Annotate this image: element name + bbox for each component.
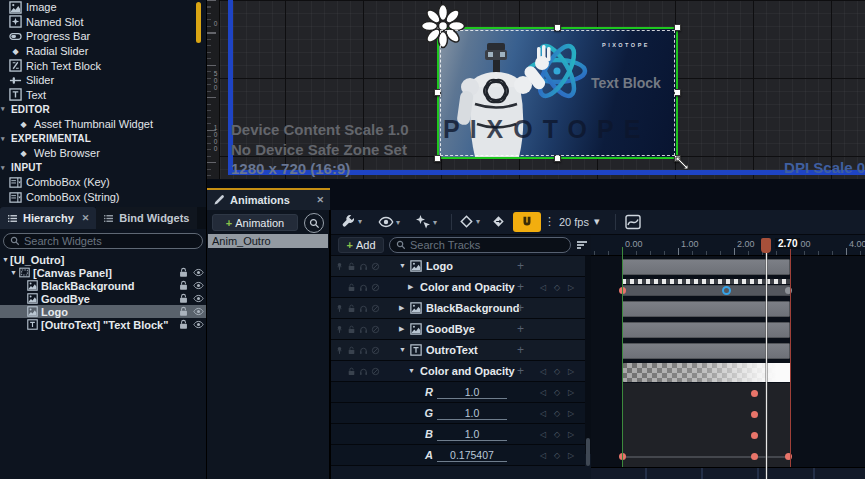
set-key-icon[interactable]: ◇ <box>554 409 560 418</box>
prev-key-icon[interactable]: ◁ <box>540 367 546 376</box>
playback-range-end-line[interactable] <box>790 247 791 467</box>
resize-handle-tr[interactable] <box>674 24 681 31</box>
keyframe-dot[interactable] <box>751 432 758 439</box>
hierarchy-row-logo-selected[interactable]: Logo <box>0 305 206 318</box>
playback-range-start-line[interactable] <box>622 247 623 467</box>
add-track-button[interactable]: + Add <box>338 237 384 253</box>
tab-bind-widgets[interactable]: Bind Widgets <box>96 207 196 229</box>
hierarchy-row-canvas-panel[interactable]: ▼ [Canvas Panel] <box>0 266 206 279</box>
track-row-outrotext[interactable]: ▼ OutroText + <box>331 340 585 361</box>
palette-item-web-browser[interactable]: ◆ Web Browser <box>0 146 206 161</box>
tab-animations[interactable]: Animations ✕ <box>207 188 330 210</box>
next-key-icon[interactable]: ▷ <box>568 388 574 397</box>
channel-row-b[interactable]: B 1.0 ◁ ◇ ▷ <box>331 424 585 445</box>
animation-search-button[interactable] <box>304 213 324 233</box>
lock-icon[interactable] <box>178 280 189 291</box>
channel-value[interactable]: 1.0 <box>437 428 507 441</box>
set-key-icon[interactable]: ◇ <box>554 367 560 376</box>
palette-item-radial-slider[interactable]: ◆ Radial Slider <box>0 44 206 59</box>
section-bar[interactable] <box>622 322 790 338</box>
section-bar[interactable] <box>622 285 790 296</box>
hierarchy-row-goodbye[interactable]: GoodBye <box>0 292 206 305</box>
add-section-icon[interactable]: + <box>517 301 524 315</box>
timeline-row-blackbackground[interactable] <box>591 299 865 320</box>
set-key-icon[interactable]: ◇ <box>554 430 560 439</box>
solo-headphones-icon[interactable] <box>359 304 368 313</box>
channel-value[interactable]: 0.175407 <box>437 449 507 462</box>
timeline-row-logo[interactable] <box>591 257 865 278</box>
set-key-icon[interactable]: ◇ <box>554 388 560 397</box>
add-key-icon[interactable]: + <box>517 364 524 378</box>
lock-icon[interactable] <box>178 306 189 317</box>
resize-handle-mr[interactable] <box>674 89 681 96</box>
scrollbar-thumb[interactable] <box>586 438 590 466</box>
channel-value[interactable]: 1.0 <box>437 407 507 420</box>
tab-hierarchy[interactable]: Hierarchy ✕ <box>0 207 96 229</box>
track-search-box[interactable] <box>389 237 571 253</box>
track-row-blackbackground[interactable]: ▶ BlackBackground + <box>331 298 585 319</box>
lock-icon[interactable] <box>178 293 189 304</box>
keyframe-options-button[interactable]: ▾ <box>459 214 480 229</box>
palette-section-input[interactable]: ▾ INPUT <box>0 161 206 176</box>
design-viewport[interactable]: 0 500 1000 Device Content Scale 1.0 No D… <box>207 0 865 179</box>
expand-icon[interactable]: ▶ <box>399 304 404 312</box>
close-icon[interactable]: ✕ <box>316 195 324 205</box>
prev-key-icon[interactable]: ◁ <box>540 388 546 397</box>
lock-icon[interactable] <box>178 267 189 278</box>
timeline-row-color-opacity-outrotext[interactable] <box>591 362 865 383</box>
palette-scrollbar[interactable] <box>196 2 201 43</box>
channel-row-r[interactable]: R 1.0 ◁ ◇ ▷ <box>331 382 585 403</box>
palette-item-image[interactable]: Image <box>0 0 206 15</box>
section-bar[interactable] <box>622 259 790 275</box>
curve-editor-button[interactable] <box>625 214 641 230</box>
fps-dropdown[interactable]: 20 fps ▾ <box>559 215 600 228</box>
channel-row-g[interactable]: G 1.0 ◁ ◇ ▷ <box>331 403 585 424</box>
expand-icon[interactable]: ▶ <box>399 325 404 333</box>
track-row-color-opacity-outrotext[interactable]: ▼ Color and Opacity + ◁ ◇ ▷ <box>331 361 585 382</box>
track-search-input[interactable] <box>410 239 564 251</box>
mute-icon[interactable] <box>371 283 380 292</box>
expand-icon[interactable]: ▼ <box>399 346 406 353</box>
lock-icon[interactable] <box>347 367 356 376</box>
resize-handle-bm[interactable] <box>554 155 561 162</box>
pin-icon[interactable] <box>335 346 344 355</box>
hierarchy-search-box[interactable] <box>3 233 203 249</box>
next-key-icon[interactable]: ▷ <box>568 283 574 292</box>
track-filter-icon[interactable] <box>577 241 587 250</box>
prev-key-icon[interactable]: ◁ <box>540 430 546 439</box>
pin-icon[interactable] <box>335 304 344 313</box>
autokey-options-button[interactable]: ▾ <box>415 214 437 230</box>
expand-icon[interactable]: ▶ <box>408 283 413 291</box>
channel-row-a[interactable]: A 0.175407 ◁ ◇ ▷ <box>331 445 585 466</box>
alpha-gradient-bar[interactable] <box>622 363 790 382</box>
expand-icon[interactable]: ▼ <box>408 367 415 374</box>
timeline-row-color-opacity-logo[interactable] <box>591 278 865 299</box>
timeline-row-goodbye[interactable] <box>591 320 865 341</box>
view-options-button[interactable]: ▾ <box>378 214 400 230</box>
mute-icon[interactable] <box>371 346 380 355</box>
mute-icon[interactable] <box>371 325 380 334</box>
add-key-icon[interactable]: + <box>517 280 524 294</box>
solo-headphones-icon[interactable] <box>359 325 368 334</box>
timeline-row-r[interactable] <box>591 383 865 404</box>
palette-item-progress-bar[interactable]: Progress Bar <box>0 29 206 44</box>
set-key-icon[interactable]: ◇ <box>554 283 560 292</box>
timeline-ruler[interactable]: 0.00 1.00 2.00 3.00 4.00 <box>591 235 865 256</box>
prev-key-icon[interactable]: ◁ <box>540 283 546 292</box>
palette-section-editor[interactable]: ▾ EDITOR <box>0 102 206 117</box>
animation-list-item[interactable]: Anim_Outro <box>208 234 328 248</box>
timeline-range-scrollbar[interactable] <box>591 467 865 479</box>
channel-value[interactable]: 1.0 <box>437 386 507 399</box>
mute-icon[interactable] <box>371 367 380 376</box>
visibility-eye-icon[interactable] <box>193 267 204 278</box>
selected-image-widget[interactable]: PIXOTOPE Text Block PIXOTOPE <box>437 27 678 159</box>
hierarchy-row-ui-outro[interactable]: ▼ [UI_Outro] <box>0 253 206 266</box>
anchor-medallion-icon[interactable] <box>420 3 466 49</box>
close-icon[interactable]: ✕ <box>82 213 90 223</box>
snapping-toggle-button[interactable] <box>513 212 541 232</box>
solo-headphones-icon[interactable] <box>359 283 368 292</box>
auto-keyframe-button[interactable] <box>491 214 506 229</box>
lock-icon[interactable] <box>347 304 356 313</box>
timeline-row-g[interactable] <box>591 404 865 425</box>
snapping-options-dots-icon[interactable]: ⋮ <box>544 215 555 228</box>
